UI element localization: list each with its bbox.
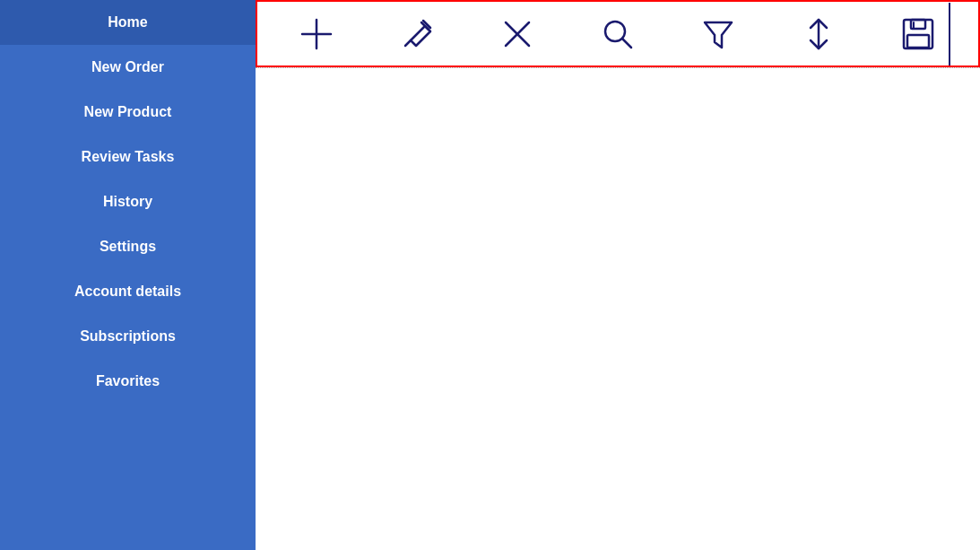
search-icon[interactable] — [586, 3, 649, 65]
main-area — [256, 0, 980, 550]
svg-line-2 — [405, 40, 411, 46]
filter-icon[interactable] — [687, 3, 750, 65]
sidebar-item-settings[interactable]: Settings — [0, 224, 256, 269]
sidebar-item-history[interactable]: History — [0, 179, 256, 224]
sidebar-item-home[interactable]: Home — [0, 0, 256, 45]
sidebar-item-review-tasks[interactable]: Review Tasks — [0, 135, 256, 179]
save-icon[interactable] — [888, 3, 950, 65]
sort-icon[interactable] — [787, 3, 850, 65]
edit-icon[interactable] — [386, 3, 448, 65]
svg-marker-8 — [705, 22, 732, 48]
sidebar-item-favorites[interactable]: Favorites — [0, 359, 256, 404]
svg-rect-12 — [907, 35, 929, 48]
sidebar-item-subscriptions[interactable]: Subscriptions — [0, 314, 256, 359]
delete-icon[interactable] — [486, 3, 549, 65]
sidebar-item-account-details[interactable]: Account details — [0, 269, 256, 314]
sidebar: Home New Order New Product Review Tasks … — [0, 0, 256, 550]
sidebar-item-new-order[interactable]: New Order — [0, 45, 256, 90]
main-content — [256, 67, 980, 550]
add-icon[interactable] — [285, 3, 348, 65]
toolbar — [256, 0, 980, 67]
sidebar-item-new-product[interactable]: New Product — [0, 90, 256, 135]
svg-line-7 — [622, 39, 631, 48]
